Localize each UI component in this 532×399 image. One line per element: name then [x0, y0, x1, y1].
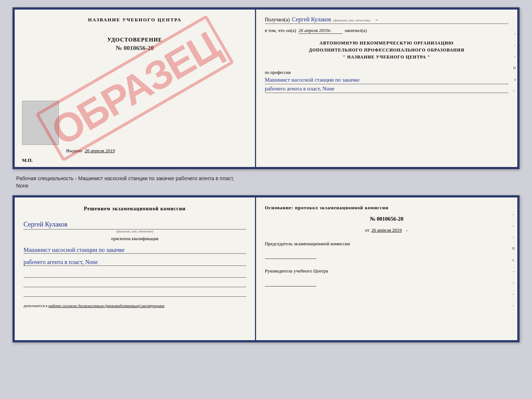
doc-bottom-left: Решением экзаменационной комиссии Сергей…	[15, 197, 256, 340]
sig-line-1	[24, 272, 246, 278]
protocol-date: от 26 апреля 2019 –	[265, 227, 508, 233]
poluchil-line: Получил(a) Сергей Кулаков (фамилия, имя,…	[265, 16, 508, 24]
poluchil-label: Получил(a)	[265, 17, 290, 23]
separator-none: None	[16, 183, 28, 189]
bottom-name-container: Сергей Кулаков (фамилия, имя, отчество)	[24, 218, 246, 233]
komissia-title: Решением экзаменационной комиссии	[24, 205, 246, 213]
photo-placeholder	[22, 101, 59, 145]
vtom-label: в том, что он(а)	[265, 28, 296, 33]
okonchil-label: окончил(а)	[345, 28, 367, 33]
dash-top: –	[375, 17, 378, 23]
bottom-familiya-label: (фамилия, имя, отчество)	[24, 229, 246, 233]
dopuskaetsya-label: допускается к	[24, 303, 47, 308]
qual-line1: Машинист насосной станции по закачке	[24, 247, 246, 254]
qual-line2: рабочего агента в пласт, None	[24, 259, 246, 266]
vtom-date: 26 апреля 2019г.	[298, 28, 342, 34]
rukovoditel-title: Руководитель учебного Центра	[265, 268, 508, 274]
doc-bottom-right: Основание: протокол экзаменационной коми…	[256, 197, 517, 340]
protocol-dash: –	[406, 227, 409, 233]
familiya-label-top: (фамилия, имя, отчество)	[333, 18, 370, 22]
separator-main: Рабочая специальность - Машинист насосно…	[16, 175, 234, 181]
dopuskaetsya-block: допускается к работе согласно должностны…	[24, 303, 246, 308]
vydano-label: Выдано	[66, 148, 82, 153]
dopuskaetsya-value: работе согласно должностным (производств…	[48, 303, 164, 308]
protocol-num: № 0010656-20	[265, 216, 508, 222]
org-line2: ДОПОЛНИТЕЛЬНОГО ПРОФЕССИОНАЛЬНОГО ОБРАЗО…	[265, 47, 508, 54]
udostoverenie-number: № 0010656-20	[24, 44, 246, 52]
udostoverenie-box: УДОСТОВЕРЕНИЕ № 0010656-20	[24, 37, 246, 52]
predsedatel-sign	[265, 253, 316, 259]
protocol-date-val: 26 апреля 2019	[371, 227, 402, 233]
sig-line-2	[24, 281, 246, 287]
osnovanie-title: Основание: протокол экзаменационной коми…	[265, 205, 508, 211]
poluchil-name: Сергей Кулаков	[292, 16, 331, 23]
mp-label: М.П.	[22, 157, 33, 163]
org-block: АВТОНОМНУЮ НЕКОММЕРЧЕСКУЮ ОРГАНИЗАЦИЮ ДО…	[265, 40, 508, 61]
predsedatel-title: Председатель экзаменационной комиссии	[265, 241, 508, 247]
vydano-line: Выдано 26 апреля 2019	[66, 148, 115, 154]
predsedatel-block: Председатель экзаменационной комиссии	[265, 241, 508, 259]
ot-label: от	[365, 227, 369, 233]
org-line1: АВТОНОМНУЮ НЕКОММЕРЧЕСКУЮ ОРГАНИЗАЦИЮ	[265, 40, 508, 47]
org-line3: " НАЗВАНИЕ УЧЕБНОГО ЦЕНТРА "	[265, 54, 508, 61]
doc-left-panel: НАЗВАНИЕ УЧЕБНОГО ЦЕНТРА ОБРАЗЕЦ УДОСТОВ…	[15, 10, 256, 167]
document-top: НАЗВАНИЕ УЧЕБНОГО ЦЕНТРА ОБРАЗЕЦ УДОСТОВ…	[12, 7, 520, 169]
sig-lines	[24, 272, 246, 297]
rukovoditel-sign	[265, 281, 316, 286]
right-side-dashes: – – – И а ← – – –	[512, 212, 516, 307]
udostoverenie-label: УДОСТОВЕРЕНИЕ	[24, 37, 246, 43]
vydano-date: 26 апреля 2019	[85, 148, 115, 153]
sig-line-3	[24, 291, 246, 297]
bottom-name: Сергей Кулаков	[24, 221, 246, 229]
prof-line2: рабочего агента в пласт, None	[265, 86, 508, 93]
po-professii: по профессии Машинист насосной станции п…	[265, 70, 508, 93]
vtom-line: в том, что он(а) 26 апреля 2019г. окончи…	[265, 28, 508, 34]
learning-center-title: НАЗВАНИЕ УЧЕБНОГО ЦЕНТРА	[24, 17, 246, 23]
separator-text: Рабочая специальность - Машинист насосно…	[12, 175, 520, 189]
rukovoditel-block: Руководитель учебного Центра	[265, 268, 508, 286]
document-bottom: Решением экзаменационной комиссии Сергей…	[12, 195, 520, 342]
po-prof-label: по профессии	[265, 70, 291, 75]
prof-line1: Машинист насосной станции по закачке	[265, 77, 508, 84]
prisvoena-label: присвоена квалификация	[24, 236, 246, 242]
doc-right-panel: Получил(a) Сергей Кулаков (фамилия, имя,…	[256, 10, 517, 167]
info-side-top: – – – И а ←	[512, 32, 516, 93]
